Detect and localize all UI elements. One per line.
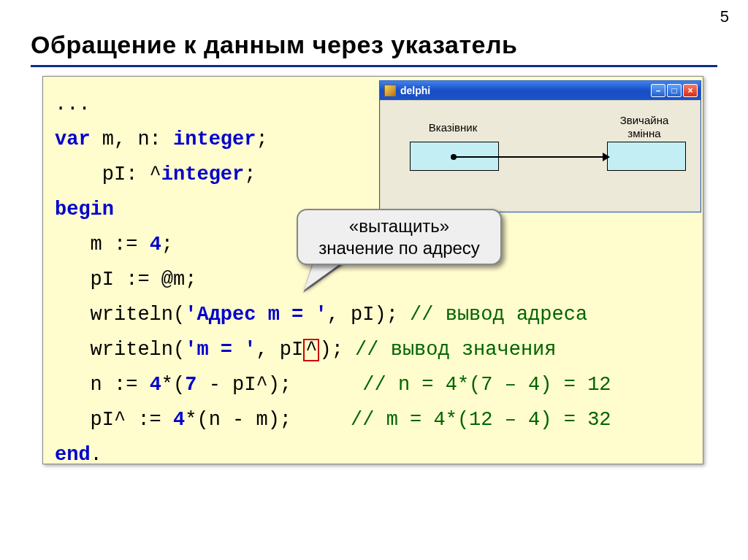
diagram-label-variable: Звичайна змінна bbox=[604, 114, 684, 140]
caret-highlight: ^ bbox=[303, 339, 319, 361]
diagram-arrow-line bbox=[455, 156, 607, 158]
callout-text: «вытащить» bbox=[349, 216, 449, 236]
code-line: writeln('m = ', pI^); // вывод значения bbox=[55, 332, 690, 367]
minimize-button[interactable]: – bbox=[651, 84, 665, 97]
window-titlebar: delphi – □ × bbox=[380, 81, 701, 100]
code-line: pI := @m; bbox=[55, 262, 690, 297]
maximize-button[interactable]: □ bbox=[667, 84, 682, 97]
callout-bubble: «вытащить» значение по адресу bbox=[297, 209, 502, 265]
code-line: writeln('Адрес m = ', pI); // вывод адре… bbox=[55, 297, 690, 332]
code-line: pI^ := 4*(n - m); // m = 4*(12 – 4) = 32 bbox=[55, 402, 690, 437]
app-icon bbox=[384, 85, 396, 96]
slide-title: Обращение к данным через указатель bbox=[31, 31, 717, 67]
code-line: end. bbox=[55, 437, 690, 472]
page-number: 5 bbox=[720, 7, 729, 26]
callout-text: значение по адресу bbox=[318, 238, 480, 258]
diagram-box-variable bbox=[607, 142, 686, 171]
pointer-diagram: Вказівник Звичайна змінна bbox=[380, 100, 701, 212]
diagram-label-pointer: Вказівник bbox=[413, 121, 493, 134]
window-title: delphi bbox=[400, 85, 430, 96]
close-button[interactable]: × bbox=[683, 84, 698, 97]
delphi-window: delphi – □ × Вказівник Звичайна змінна bbox=[379, 80, 701, 212]
code-line: n := 4*(7 - pI^); // n = 4*(7 – 4) = 12 bbox=[55, 367, 690, 402]
diagram-arrow-head bbox=[603, 153, 610, 161]
